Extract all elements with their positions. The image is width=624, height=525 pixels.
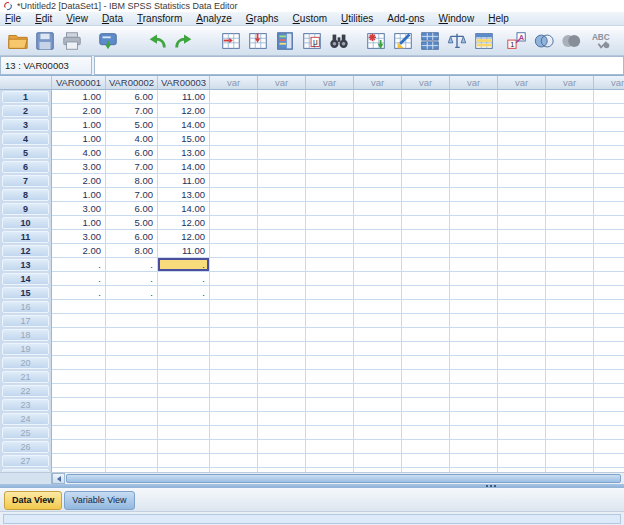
column-header-var[interactable]: var [402,76,450,90]
row-header-4[interactable]: 4 [0,132,52,146]
data-cell[interactable]: 6.00 [106,90,158,104]
data-cell[interactable] [594,342,624,356]
data-cell[interactable] [258,454,306,468]
data-cell[interactable] [546,300,594,314]
data-cell[interactable] [306,272,354,286]
data-cell[interactable] [594,426,624,440]
data-cell[interactable] [258,412,306,426]
data-cell[interactable]: 1.00 [52,118,106,132]
data-cell[interactable] [402,272,450,286]
data-cell[interactable]: 5.00 [106,118,158,132]
data-cell[interactable] [594,314,624,328]
toolbar-goto-variable-button[interactable] [244,28,271,54]
data-cell[interactable] [210,174,258,188]
toolbar-undo-button[interactable] [143,28,170,54]
data-cell[interactable] [498,328,546,342]
data-cell[interactable] [210,300,258,314]
data-cell[interactable] [354,370,402,384]
data-cell[interactable] [450,174,498,188]
data-cell[interactable] [258,90,306,104]
data-cell[interactable]: 14.00 [158,160,210,174]
tab-data-view[interactable]: Data View [4,491,62,510]
menu-utilities[interactable]: Utilities [341,13,373,24]
data-cell[interactable] [158,440,210,454]
row-header-10[interactable]: 10 [0,216,52,230]
row-header-18[interactable]: 18 [0,328,52,342]
data-cell[interactable] [594,384,624,398]
data-cell[interactable]: 4.00 [52,146,106,160]
data-cell[interactable] [402,90,450,104]
data-cell[interactable] [498,244,546,258]
data-cell[interactable] [546,314,594,328]
row-header-3[interactable]: 3 [0,118,52,132]
data-cell[interactable] [106,356,158,370]
data-cell[interactable] [354,188,402,202]
toolbar-weight-cases-button[interactable] [443,28,470,54]
data-cell[interactable] [158,426,210,440]
data-cell[interactable] [498,118,546,132]
data-cell[interactable] [258,104,306,118]
data-cell[interactable] [450,342,498,356]
data-cell[interactable] [354,272,402,286]
data-cell[interactable] [210,356,258,370]
menu-analyze[interactable]: Analyze [196,13,232,24]
tab-variable-view[interactable]: Variable View [64,491,134,510]
data-cell[interactable] [546,412,594,426]
data-cell[interactable] [546,230,594,244]
data-cell[interactable] [210,90,258,104]
data-cell[interactable] [450,118,498,132]
selected-cell[interactable]: . [158,258,210,272]
data-cell[interactable] [354,286,402,300]
data-cell[interactable] [498,104,546,118]
data-cell[interactable] [354,384,402,398]
data-cell[interactable] [402,132,450,146]
data-cell[interactable] [258,286,306,300]
row-header-23[interactable]: 23 [0,398,52,412]
data-cell[interactable] [498,454,546,468]
column-header-var[interactable]: var [210,76,258,90]
data-cell[interactable] [258,258,306,272]
data-cell[interactable] [402,384,450,398]
row-header-1[interactable]: 1 [0,90,52,104]
data-cell[interactable]: 12.00 [158,104,210,118]
data-cell[interactable]: 2.00 [52,244,106,258]
data-cell[interactable] [498,356,546,370]
row-header-27[interactable]: 27 [0,454,52,468]
data-cell[interactable]: . [106,272,158,286]
toolbar-find-button[interactable] [325,28,352,54]
data-cell[interactable] [498,90,546,104]
data-cell[interactable] [258,342,306,356]
data-cell[interactable] [306,300,354,314]
data-cell[interactable] [594,244,624,258]
data-cell[interactable] [594,132,624,146]
data-cell[interactable] [594,104,624,118]
data-cell[interactable]: . [106,286,158,300]
data-cell[interactable] [450,230,498,244]
toolbar-insert-cases-button[interactable] [362,28,389,54]
data-cell[interactable] [402,370,450,384]
data-cell[interactable] [498,440,546,454]
data-cell[interactable] [210,328,258,342]
data-cell[interactable] [546,146,594,160]
data-cell[interactable] [546,202,594,216]
data-cell[interactable] [52,356,106,370]
data-cell[interactable] [450,370,498,384]
data-cell[interactable] [546,216,594,230]
data-cell[interactable] [402,356,450,370]
data-cell[interactable] [546,454,594,468]
data-cell[interactable] [594,454,624,468]
data-cell[interactable] [498,188,546,202]
toolbar-open-data-button[interactable] [4,28,31,54]
data-cell[interactable] [546,174,594,188]
toolbar-save-button[interactable] [31,28,58,54]
data-cell[interactable] [594,356,624,370]
row-header-15[interactable]: 15 [0,286,52,300]
data-cell[interactable] [258,300,306,314]
data-cell[interactable] [498,342,546,356]
data-cell[interactable] [306,412,354,426]
data-cell[interactable] [158,328,210,342]
data-cell[interactable] [546,188,594,202]
menu-help[interactable]: Help [488,13,509,24]
data-cell[interactable] [594,146,624,160]
data-cell[interactable] [546,328,594,342]
